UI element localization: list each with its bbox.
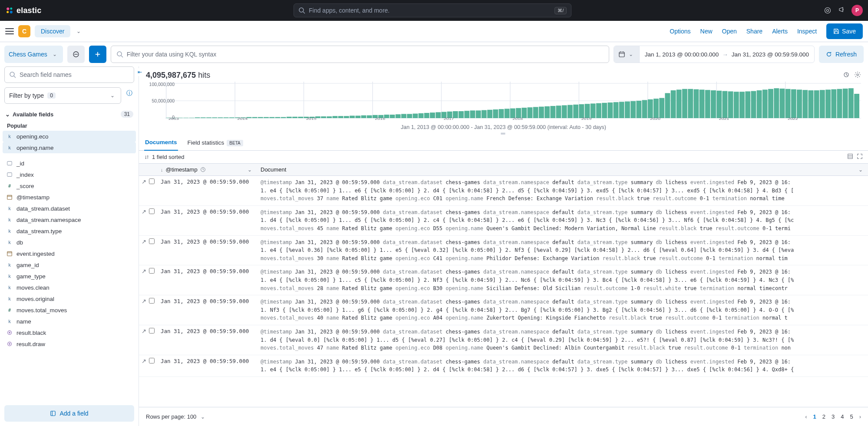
filter-toggle-button[interactable]: [67, 46, 85, 63]
svg-rect-98: [459, 111, 464, 118]
discover-content: 4,095,987,675 hits 100,000,000 50,000,00…: [139, 66, 868, 426]
date-quick-select[interactable]: ⌄: [614, 46, 640, 63]
help-icon[interactable]: [824, 7, 832, 14]
field-item[interactable]: result.black: [3, 327, 136, 338]
row-checkbox[interactable]: [149, 208, 155, 214]
field-item[interactable]: kopening.name: [3, 142, 136, 153]
tab-field-statistics[interactable]: Field statisticsBETA: [187, 135, 244, 150]
field-item[interactable]: result.draw: [3, 338, 136, 350]
index-icon: [50, 410, 56, 416]
col-document[interactable]: Document ⌄: [257, 164, 868, 175]
svg-rect-126: [619, 102, 624, 118]
field-item[interactable]: @timestamp: [3, 192, 136, 203]
tab-documents[interactable]: Documents: [144, 135, 178, 151]
field-item[interactable]: kdb: [3, 237, 136, 248]
row-checkbox[interactable]: [149, 238, 155, 244]
row-timestamp: Jan 31, 2023 @ 00:59:59.000: [157, 325, 257, 355]
fullscreen-icon[interactable]: [857, 153, 863, 161]
elastic-logo[interactable]: elastic: [5, 6, 41, 15]
sidebar-collapse-icon[interactable]: ⇤: [137, 68, 143, 76]
chevron-down-icon: ⌄: [627, 51, 635, 57]
clock-icon: [200, 167, 206, 172]
alerts-link[interactable]: Alerts: [772, 28, 788, 35]
svg-rect-106: [505, 109, 510, 118]
field-item[interactable]: kdata_stream.type: [3, 225, 136, 237]
chart-edit-icon[interactable]: [843, 71, 850, 79]
refresh-button[interactable]: Refresh: [819, 46, 864, 63]
kql-input[interactable]: Filter your data using KQL syntax: [111, 46, 609, 63]
save-button[interactable]: Save: [826, 23, 863, 39]
expand-icon[interactable]: ↗: [142, 268, 146, 274]
date-range-display[interactable]: Jan 1, 2013 @ 00:00:00.000 → Jan 31, 202…: [640, 51, 814, 58]
field-info-icon[interactable]: ⓘ: [125, 89, 134, 97]
options-link[interactable]: Options: [670, 28, 690, 35]
new-link[interactable]: New: [700, 28, 713, 35]
expand-icon[interactable]: ↗: [142, 238, 146, 245]
field-item[interactable]: kgame_id: [3, 259, 136, 271]
page-5[interactable]: 5: [850, 413, 853, 420]
page-3[interactable]: 3: [832, 413, 835, 420]
chevron-down-icon[interactable]: ⌄: [857, 167, 865, 173]
svg-rect-125: [614, 102, 619, 118]
field-search-input[interactable]: Search field names: [4, 66, 134, 83]
global-search[interactable]: Find apps, content, and more. ⌘/: [294, 3, 571, 17]
inspect-link[interactable]: Inspect: [797, 28, 817, 35]
svg-rect-64: [264, 117, 269, 118]
field-item[interactable]: _id: [3, 158, 136, 169]
news-icon[interactable]: [838, 7, 845, 14]
field-item[interactable]: kgame_type: [3, 271, 136, 282]
expand-icon[interactable]: ↗: [142, 178, 146, 185]
svg-rect-63: [258, 117, 263, 118]
dataview-selector[interactable]: Chess Games ⌄: [4, 46, 63, 63]
field-item[interactable]: kopening.eco: [3, 131, 136, 142]
expand-icon[interactable]: ↗: [142, 358, 146, 364]
sort-indicator[interactable]: 1 field sorted: [144, 154, 184, 160]
field-item[interactable]: event.ingested: [3, 248, 136, 259]
nav-toggle[interactable]: [5, 27, 14, 36]
row-checkbox[interactable]: [149, 268, 155, 274]
hits-count: 4,095,987,675 hits: [146, 71, 210, 80]
expand-icon[interactable]: ↗: [142, 298, 146, 304]
svg-rect-88: [401, 114, 406, 118]
field-item[interactable]: #_score: [3, 180, 136, 192]
field-item[interactable]: #moves.total_moves: [3, 304, 136, 316]
chevron-down-icon[interactable]: ⌄: [75, 28, 83, 34]
add-field-button[interactable]: Add a field: [4, 405, 134, 422]
page-1[interactable]: 1: [813, 413, 816, 420]
chevron-down-icon[interactable]: ⌄: [246, 167, 254, 173]
field-item[interactable]: kdata_stream.namespace: [3, 214, 136, 225]
available-fields-toggle[interactable]: ⌄Available fields 31: [4, 109, 134, 119]
field-item[interactable]: _index: [3, 169, 136, 180]
row-checkbox[interactable]: [149, 358, 155, 363]
histogram-chart[interactable]: 100,000,000 50,000,000 0 201320142015201…: [139, 82, 868, 122]
field-item[interactable]: kname: [3, 316, 136, 327]
user-avatar[interactable]: P: [851, 5, 863, 16]
add-filter-button[interactable]: [89, 46, 106, 63]
density-icon[interactable]: [847, 153, 853, 161]
col-timestamp[interactable]: ↓ @timestamp ⌄: [157, 164, 257, 175]
page-next[interactable]: ›: [859, 413, 861, 420]
doc-table-header: ↓ @timestamp ⌄ Document ⌄: [139, 164, 868, 176]
field-item[interactable]: kdata_stream.dataset: [3, 203, 136, 214]
expand-icon[interactable]: ↗: [142, 208, 146, 215]
breadcrumb-discover[interactable]: Discover: [35, 25, 70, 37]
global-search-placeholder: Find apps, content, and more.: [309, 7, 551, 14]
svg-rect-75: [327, 116, 332, 118]
svg-point-3: [10, 11, 13, 13]
page-2[interactable]: 2: [822, 413, 825, 420]
page-prev[interactable]: ‹: [805, 413, 807, 420]
field-item[interactable]: kmoves.original: [3, 293, 136, 304]
space-badge[interactable]: C: [18, 25, 30, 37]
chart-settings-icon[interactable]: [854, 71, 861, 79]
row-checkbox[interactable]: [149, 328, 155, 334]
svg-rect-53: [201, 117, 206, 118]
expand-icon[interactable]: ↗: [142, 328, 146, 334]
filter-by-type[interactable]: Filter by type0 ⌄: [4, 87, 121, 104]
page-4[interactable]: 4: [841, 413, 844, 420]
share-link[interactable]: Share: [746, 28, 762, 35]
row-checkbox[interactable]: [149, 298, 155, 304]
field-item[interactable]: kmoves.clean: [3, 282, 136, 293]
open-link[interactable]: Open: [722, 28, 737, 35]
row-checkbox[interactable]: [149, 178, 155, 184]
rows-per-page[interactable]: Rows per page: 100 ⌄: [146, 413, 207, 420]
